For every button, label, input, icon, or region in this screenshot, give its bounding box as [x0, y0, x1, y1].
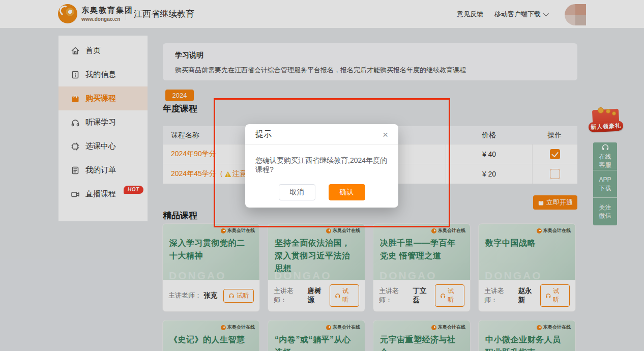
dialog-title: 提示: [255, 129, 272, 140]
confirm-button[interactable]: 确认: [329, 184, 365, 200]
dialog-header: 提示 ×: [245, 124, 398, 145]
cancel-button[interactable]: 取消: [279, 184, 315, 200]
dialog-message: 您确认要购买江西省继续教育,2024年度的课程?: [245, 145, 398, 174]
close-icon[interactable]: ×: [383, 130, 388, 139]
dialog-buttons: 取消 确认: [245, 184, 398, 200]
confirm-dialog: 提示 × 您确认要购买江西省继续教育,2024年度的课程? 取消 确认: [245, 124, 398, 208]
